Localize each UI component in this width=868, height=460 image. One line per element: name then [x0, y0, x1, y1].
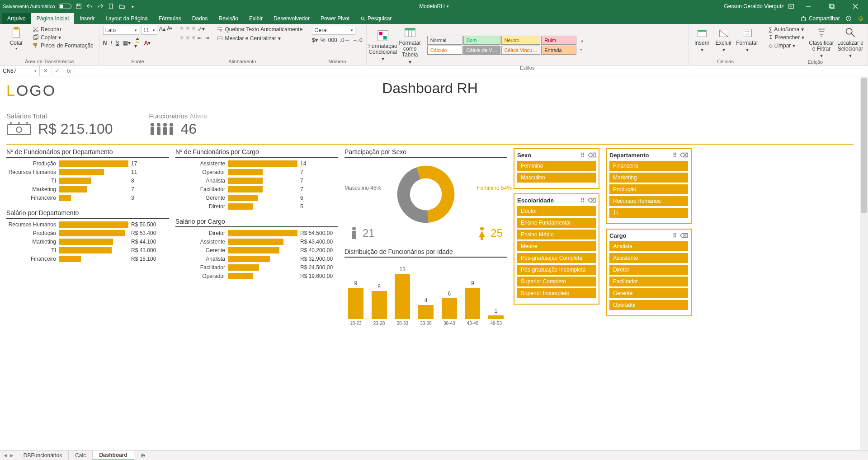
multiselect-icon[interactable]: ⠿: [673, 152, 677, 159]
tab-view[interactable]: Exibir: [244, 13, 268, 24]
clear-filter-icon[interactable]: ⌫: [588, 152, 596, 159]
tab-formulas[interactable]: Fórmulas: [153, 13, 187, 24]
style-good[interactable]: Bom: [463, 36, 500, 45]
underline-button[interactable]: S: [116, 40, 119, 46]
slicer-item[interactable]: Mestre: [517, 241, 596, 251]
slicer-item[interactable]: Diretor: [609, 265, 688, 275]
vertical-scrollbar[interactable]: [860, 77, 868, 450]
slicer-item[interactable]: Assistente: [609, 253, 688, 263]
slicer-item[interactable]: Facilitador: [609, 277, 688, 286]
style-neutral[interactable]: Neutro: [501, 36, 541, 45]
clear-button[interactable]: ◇ Limpar ▾: [767, 42, 806, 49]
slicer-item[interactable]: Doutor: [517, 206, 596, 216]
format-painter-button[interactable]: Pincel de Formatação: [31, 42, 95, 49]
slicer-item[interactable]: Pós-graduação Completa: [517, 253, 596, 263]
slicer-item[interactable]: Feminino: [517, 161, 596, 171]
thousands-icon[interactable]: 000: [328, 37, 337, 43]
insert-cells-button[interactable]: Inserir▾: [692, 26, 712, 53]
user-name[interactable]: Gerson Geraldo Viergutz: [724, 3, 784, 9]
styles-more-icon[interactable]: ▾: [580, 47, 584, 52]
find-select-button[interactable]: Localizar e Selecionar▾: [837, 26, 864, 59]
slicer-item[interactable]: Marketing: [609, 173, 688, 183]
copy-button[interactable]: Copiar ▾: [31, 34, 95, 41]
indent-inc-icon[interactable]: ⇥: [205, 35, 209, 41]
tab-data[interactable]: Dados: [187, 13, 213, 24]
format-as-table-button[interactable]: Formatar como Tabela▾: [397, 26, 423, 65]
tab-file[interactable]: Arquivo: [2, 13, 31, 24]
slicer-item[interactable]: Ensino Fundamental: [517, 218, 596, 228]
dec-inc-icon[interactable]: .0→: [340, 37, 350, 43]
align-center-icon[interactable]: ≡: [186, 35, 189, 41]
paste-button[interactable]: Colar▾: [4, 26, 29, 51]
tab-scroll-right-icon[interactable]: ►: [9, 452, 14, 459]
open-icon[interactable]: [118, 3, 126, 10]
slicer-item[interactable]: Gerente: [609, 288, 688, 298]
clear-filter-icon[interactable]: ⌫: [680, 152, 688, 159]
bold-button[interactable]: N: [103, 40, 107, 46]
slicer-item[interactable]: Recursos Humanos: [609, 196, 688, 206]
tab-review[interactable]: Revisão: [213, 13, 244, 24]
decrease-font-icon[interactable]: A▾: [167, 26, 173, 35]
slicer-item[interactable]: Ensino Médio: [517, 230, 596, 239]
slicer-item[interactable]: Superior Incompleto: [517, 288, 596, 298]
maximize-button[interactable]: [822, 0, 842, 13]
tab-home[interactable]: Página Inicial: [31, 13, 74, 24]
style-normal[interactable]: Normal: [427, 36, 462, 45]
clear-filter-icon[interactable]: ⌫: [588, 197, 596, 204]
close-button[interactable]: [845, 0, 865, 13]
tab-insert[interactable]: Inserir: [74, 13, 100, 24]
slicer-item[interactable]: Masculino: [517, 173, 596, 183]
format-cells-button[interactable]: Formatar▾: [736, 26, 759, 53]
new-sheet-button[interactable]: ⊕: [134, 451, 151, 460]
accept-fx-icon[interactable]: ✓: [52, 66, 63, 76]
increase-font-icon[interactable]: A▴: [159, 26, 165, 35]
slicer-item[interactable]: TI: [609, 208, 688, 218]
tab-layout[interactable]: Layout da Página: [100, 13, 153, 24]
cancel-fx-icon[interactable]: ✕: [40, 66, 52, 76]
border-button[interactable]: ▦▾: [123, 40, 131, 46]
cut-button[interactable]: Recortar: [31, 26, 95, 33]
multiselect-icon[interactable]: ⠿: [580, 197, 585, 204]
number-format[interactable]: Geral▾: [312, 26, 355, 35]
style-linked[interactable]: Célula Vincu…: [501, 46, 541, 55]
undo-icon[interactable]: [86, 3, 93, 10]
tab-scroll-left-icon[interactable]: ◄: [3, 452, 8, 459]
fx-icon[interactable]: fx: [63, 66, 75, 76]
redo-icon[interactable]: [97, 3, 104, 10]
name-box[interactable]: CN87▾: [0, 66, 40, 76]
style-input[interactable]: Entrada: [541, 46, 576, 55]
italic-button[interactable]: I: [110, 40, 112, 46]
save-icon[interactable]: [75, 3, 82, 10]
emoji-icon[interactable]: ☺: [857, 14, 864, 23]
tab-powerpivot[interactable]: Power Pivot: [315, 13, 355, 24]
font-color-button[interactable]: A▾: [144, 40, 151, 46]
tab-dashboard[interactable]: Dashboard: [93, 451, 134, 460]
sort-filter-button[interactable]: Classificar e Filtrar▾: [808, 26, 835, 59]
clear-filter-icon[interactable]: ⌫: [680, 232, 688, 239]
slicer-item[interactable]: Superior Completo: [517, 277, 596, 286]
autosave-toggle[interactable]: [59, 4, 71, 9]
slicer-item[interactable]: Pós-graduação Incompleta: [517, 265, 596, 275]
qat-more-icon[interactable]: ▾: [129, 3, 137, 10]
history-icon[interactable]: [845, 15, 852, 22]
dec-dec-icon[interactable]: ←.0: [353, 37, 363, 43]
multiselect-icon[interactable]: ⠿: [673, 232, 677, 239]
style-bad[interactable]: Ruim: [541, 36, 576, 45]
style-check[interactable]: Célula de V…: [463, 46, 500, 55]
merge-button[interactable]: Mesclar e Centralizar ▾: [215, 35, 304, 42]
new-icon[interactable]: [108, 3, 115, 10]
conditional-format-button[interactable]: Formatação Condicional▾: [370, 29, 396, 62]
wrap-text-button[interactable]: Quebrar Texto Automaticamente: [215, 26, 304, 33]
align-mid-icon[interactable]: ≡: [186, 26, 189, 32]
search-box[interactable]: Pesquisar: [355, 13, 397, 24]
worksheet[interactable]: LOGO Dashboard RH Salários Total R$ 215.…: [0, 77, 860, 450]
percent-icon[interactable]: %: [321, 37, 326, 43]
fill-button[interactable]: ↧ Preencher ▾: [767, 34, 806, 41]
align-right-icon[interactable]: ≡: [192, 35, 195, 41]
slicer-item[interactable]: Operador: [609, 300, 688, 310]
align-left-icon[interactable]: ≡: [180, 35, 183, 41]
ribbon-options-icon[interactable]: [788, 3, 795, 10]
font-name[interactable]: Lato▾: [103, 26, 139, 35]
tab-calc[interactable]: Calc: [69, 451, 93, 460]
delete-cells-button[interactable]: Excluir▾: [714, 26, 734, 53]
